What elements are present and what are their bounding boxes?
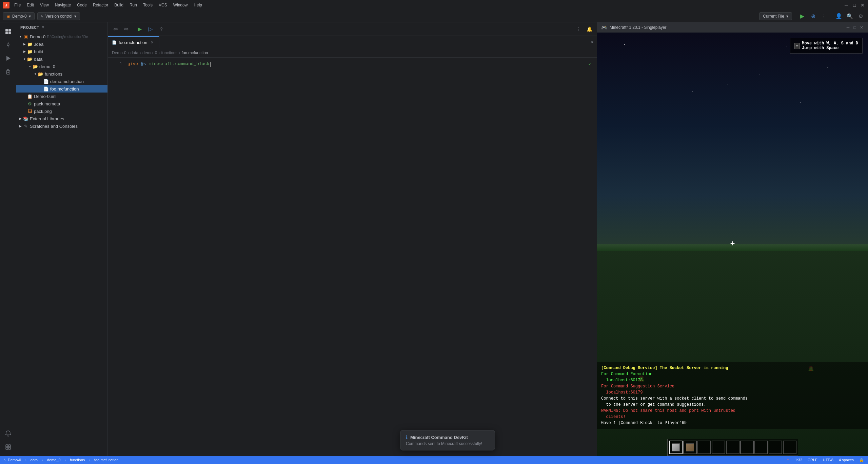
vcs-dropdown-icon: ▾ bbox=[74, 14, 76, 19]
menu-code[interactable]: Code bbox=[74, 2, 90, 8]
navigate-forward-button[interactable]: ⇨ bbox=[121, 24, 131, 34]
mc-maximize[interactable]: □ bbox=[852, 25, 857, 30]
more-actions-button[interactable]: ⋮ bbox=[819, 12, 829, 21]
breadcrumb-bar: Demo-0 › data › demo_0 › functions › foo… bbox=[108, 48, 597, 58]
editor-area: ⇦ ⇨ ▶ ▷ ? ⋮ 🔔 📄 foo.mcfunction ✕ ▾ Demo-… bbox=[108, 22, 597, 456]
folder-icon-build: 📁 bbox=[27, 49, 33, 54]
tree-item-foo-mcfunction[interactable]: ▶ 📄 foo.mcfunction bbox=[16, 85, 107, 93]
rail-debug-icon[interactable] bbox=[2, 66, 14, 78]
vcs-selector[interactable]: ⑂ Version control ▾ bbox=[37, 12, 80, 20]
rail-notifications-icon[interactable] bbox=[2, 427, 14, 440]
profile-button[interactable]: 👤 bbox=[834, 12, 844, 21]
project-name: Demo-0 bbox=[12, 14, 27, 19]
tree-item-functions[interactable]: ▾ 📂 functions bbox=[16, 70, 107, 78]
tree-item-pack-mcmeta[interactable]: ▶ ⚙ pack.mcmeta bbox=[16, 100, 107, 107]
tree-item-scratches[interactable]: ▶ ✎ Scratches and Consoles bbox=[16, 122, 107, 130]
status-indent[interactable]: 4 spaces bbox=[839, 458, 854, 462]
status-encoding[interactable]: UTF-8 bbox=[823, 458, 833, 462]
svg-marker-7 bbox=[6, 56, 11, 61]
tab-close-button[interactable]: ✕ bbox=[150, 40, 155, 45]
tree-item-demo0-iml[interactable]: ▶ 📋 Demo-0.iml bbox=[16, 93, 107, 100]
mc-sky bbox=[597, 33, 868, 265]
status-warning[interactable]: ⚠ bbox=[786, 458, 790, 462]
rail-run-icon[interactable] bbox=[2, 52, 14, 64]
mc-close[interactable]: ✕ bbox=[859, 25, 864, 30]
breadcrumb-functions[interactable]: functions bbox=[161, 51, 177, 55]
svg-rect-14 bbox=[8, 447, 11, 449]
code-keyword-give: give bbox=[127, 60, 138, 68]
breadcrumb-data[interactable]: data bbox=[131, 51, 138, 55]
tree-item-external-libs[interactable]: ▶ 📚 External Libraries bbox=[16, 115, 107, 122]
notification-icon: ℹ bbox=[406, 435, 408, 440]
tree-label-demo0-iml: Demo-0.iml bbox=[34, 94, 56, 99]
status-path2: demo_0 bbox=[47, 458, 61, 462]
svg-rect-1 bbox=[8, 29, 11, 32]
current-file-selector[interactable]: Current File ▾ bbox=[759, 12, 792, 20]
tab-foo-mcfunction[interactable]: 📄 foo.mcfunction ✕ bbox=[108, 36, 159, 48]
run-file-button[interactable]: ▶ bbox=[135, 24, 144, 34]
secondary-toolbar: ▣ Demo-0 ▾ ⑂ Version control ▾ Current F… bbox=[0, 10, 868, 22]
folder-icon-idea: 📁 bbox=[27, 41, 33, 47]
folder-icon-demo0: 📂 bbox=[33, 64, 38, 69]
svg-rect-12 bbox=[8, 445, 11, 447]
mc-chat: [Command Debug Service] The Socket Serve… bbox=[597, 362, 868, 429]
project-selector[interactable]: ▣ Demo-0 ▾ bbox=[3, 12, 35, 20]
svg-rect-11 bbox=[6, 445, 8, 447]
rail-plugins-icon[interactable] bbox=[2, 441, 14, 453]
notifications-button[interactable]: 🔔 bbox=[585, 24, 594, 34]
tree-item-demo0[interactable]: ▾ ▣ Demo-0 E:\Coding\mcfunction\De bbox=[16, 33, 107, 40]
menu-vcs[interactable]: VCS bbox=[156, 2, 170, 8]
tab-label: foo.mcfunction bbox=[119, 40, 147, 45]
tree-label-functions: functions bbox=[45, 72, 62, 77]
menu-window[interactable]: Window bbox=[171, 2, 191, 8]
rail-commit-icon[interactable] bbox=[2, 39, 14, 51]
menu-help[interactable]: Help bbox=[191, 2, 205, 8]
close-button[interactable]: ✕ bbox=[860, 2, 865, 8]
tree-item-demo0-inner[interactable]: ▾ 📂 demo_0 bbox=[16, 63, 107, 70]
scratches-icon: ✎ bbox=[23, 123, 28, 129]
minimize-button[interactable]: ─ bbox=[844, 2, 849, 8]
project-module-icon: ▣ bbox=[6, 14, 10, 19]
notification-header: ℹ Minecraft Command DevKit bbox=[406, 435, 489, 440]
status-lock-icon[interactable]: 🔒 bbox=[859, 458, 864, 462]
maximize-button[interactable]: □ bbox=[852, 2, 857, 8]
tree-item-build[interactable]: ▶ 📁 build bbox=[16, 48, 107, 55]
menu-tools[interactable]: Tools bbox=[140, 2, 155, 8]
tree-item-data[interactable]: ▾ 📂 data bbox=[16, 55, 107, 63]
libs-icon: 📚 bbox=[23, 116, 28, 121]
tree-item-pack-png[interactable]: ▶ 🖼 pack.png bbox=[16, 107, 107, 115]
mc-minimize[interactable]: ─ bbox=[846, 25, 850, 30]
breadcrumb-file[interactable]: foo.mcfunction bbox=[181, 51, 208, 55]
run-debug-file-button[interactable]: ▷ bbox=[146, 24, 155, 34]
status-line-sep[interactable]: CRLF bbox=[808, 458, 817, 462]
status-vcs[interactable]: ⑂ Demo-0 bbox=[4, 458, 21, 462]
tree-item-demo-mcfunction[interactable]: ▶ 📄 demo.mcfunction bbox=[16, 78, 107, 85]
search-everywhere-button[interactable]: 🔍 bbox=[845, 12, 854, 21]
tree-arrow-functions: ▾ bbox=[33, 71, 38, 77]
breadcrumb-project[interactable]: Demo-0 bbox=[112, 51, 126, 55]
menu-edit[interactable]: Edit bbox=[24, 2, 37, 8]
editor-more-button[interactable]: ⋮ bbox=[574, 24, 583, 34]
code-area[interactable]: give @s minecraft:command_block ✓ bbox=[125, 58, 597, 456]
menu-run[interactable]: Run bbox=[127, 2, 140, 8]
mc-game-area[interactable]: 🧟 🧟 + ⌨ Move with W, A, S and D Jump wit… bbox=[597, 33, 868, 456]
menu-refactor[interactable]: Refactor bbox=[90, 2, 111, 8]
sidebar-project-dropdown[interactable]: ▾ bbox=[42, 25, 44, 29]
debug-button[interactable]: ⊕ bbox=[808, 12, 818, 21]
help-button[interactable]: ? bbox=[157, 24, 166, 34]
rail-project-icon[interactable] bbox=[2, 25, 14, 37]
menu-file[interactable]: File bbox=[12, 2, 23, 8]
run-start-button[interactable]: ▶ bbox=[797, 12, 807, 21]
tab-more-button[interactable]: ▾ bbox=[587, 36, 597, 48]
menu-build[interactable]: Build bbox=[112, 2, 126, 8]
menu-view[interactable]: View bbox=[37, 2, 52, 8]
settings-button[interactable]: ⚙ bbox=[856, 12, 865, 21]
status-position[interactable]: 1:32 bbox=[795, 458, 802, 462]
svg-point-4 bbox=[7, 44, 9, 46]
chat-line-2: For Command Execution bbox=[601, 371, 864, 377]
breadcrumb-demo0[interactable]: demo_0 bbox=[142, 51, 157, 55]
tree-item-idea[interactable]: ▶ 📁 .idea bbox=[16, 40, 107, 48]
menu-navigate[interactable]: Navigate bbox=[52, 2, 74, 8]
tree-label-data: data bbox=[34, 57, 42, 62]
navigate-back-button[interactable]: ⇦ bbox=[111, 24, 120, 34]
